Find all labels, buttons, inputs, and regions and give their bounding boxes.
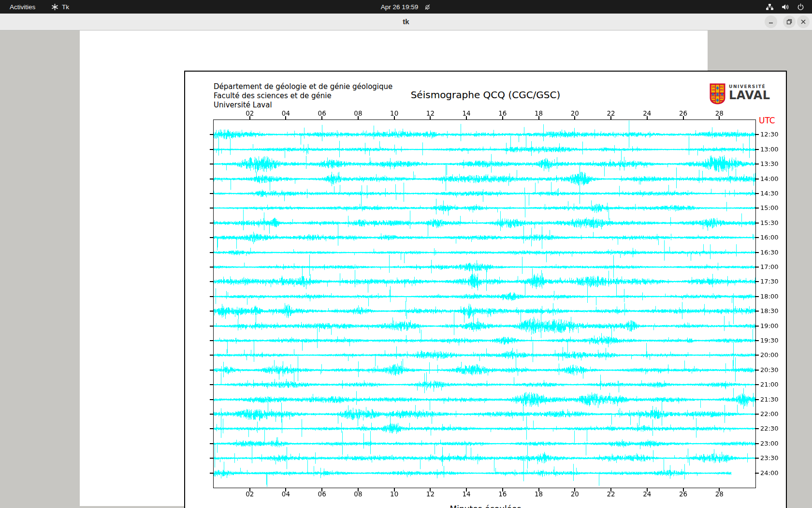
x-tick-label-top: 20 bbox=[566, 109, 583, 117]
row-time-label: 15:30 bbox=[760, 219, 778, 227]
x-tick-label-bottom: 18 bbox=[530, 490, 548, 498]
row-tick-mark-left bbox=[210, 326, 214, 327]
row-time-label: 13:30 bbox=[760, 160, 778, 168]
x-axis-label: Minutes écoulées bbox=[185, 504, 786, 508]
window-title: tk bbox=[0, 14, 812, 30]
laval-shield-icon bbox=[710, 83, 725, 106]
x-tick-label-top: 28 bbox=[710, 109, 728, 117]
minimize-button[interactable] bbox=[765, 15, 777, 28]
row-tick-mark-right bbox=[755, 149, 759, 150]
network-wired-icon bbox=[766, 3, 774, 11]
row-time-label: 23:00 bbox=[760, 440, 778, 448]
row-time-label: 21:30 bbox=[760, 396, 778, 403]
x-tick-label-bottom: 20 bbox=[566, 490, 583, 498]
clock-button[interactable]: Apr 26 19:59 bbox=[381, 0, 431, 14]
tk-canvas: Département de géologie et de génie géol… bbox=[80, 30, 708, 506]
x-tick-label-top: 02 bbox=[241, 109, 259, 117]
x-tick-label-bottom: 10 bbox=[386, 490, 403, 498]
clock-label: Apr 26 19:59 bbox=[381, 3, 418, 11]
row-tick-mark-left bbox=[210, 370, 214, 371]
seismograph-figure: Département de géologie et de génie géol… bbox=[184, 71, 787, 508]
x-tick-label-top: 22 bbox=[602, 109, 620, 117]
x-tick-label-bottom: 28 bbox=[710, 490, 728, 498]
x-tick-label-bottom: 04 bbox=[277, 490, 294, 498]
close-button[interactable] bbox=[797, 15, 810, 28]
row-tick-mark-right bbox=[755, 223, 759, 224]
row-tick-mark-right bbox=[755, 296, 759, 297]
row-time-label: 17:30 bbox=[760, 278, 778, 285]
activities-button[interactable]: Activities bbox=[5, 0, 40, 14]
row-tick-mark-left bbox=[210, 193, 214, 194]
row-tick-mark-right bbox=[755, 134, 759, 135]
row-tick-mark-right bbox=[755, 473, 759, 474]
seismograph-canvas bbox=[214, 120, 755, 488]
row-time-label: 18:00 bbox=[760, 293, 778, 300]
gnome-top-bar: Activities Tk Apr 26 19:59 bbox=[0, 0, 812, 14]
row-time-label: 19:00 bbox=[760, 322, 778, 330]
row-tick-mark-right bbox=[755, 355, 759, 356]
row-tick-mark-left bbox=[210, 399, 214, 400]
x-tick-label-bottom: 26 bbox=[675, 490, 692, 498]
row-tick-mark-left bbox=[210, 311, 214, 312]
row-tick-mark-left bbox=[210, 223, 214, 224]
row-tick-mark-right bbox=[755, 340, 759, 341]
row-tick-mark-left bbox=[210, 340, 214, 341]
row-tick-mark-left bbox=[210, 149, 214, 150]
row-tick-mark-left bbox=[210, 296, 214, 297]
row-time-label: 16:30 bbox=[760, 249, 778, 256]
system-status-area[interactable] bbox=[766, 0, 804, 14]
tk-app-icon bbox=[51, 3, 58, 11]
x-tick-label-bottom: 14 bbox=[458, 490, 475, 498]
row-tick-mark-left bbox=[210, 237, 214, 238]
row-tick-mark-right bbox=[755, 384, 759, 385]
row-time-label: 18:30 bbox=[760, 307, 778, 315]
maximize-button[interactable] bbox=[783, 15, 796, 28]
row-tick-mark-left bbox=[210, 267, 214, 268]
institution-line: Université Laval bbox=[214, 101, 392, 110]
row-tick-mark-right bbox=[755, 399, 759, 400]
row-tick-mark-left bbox=[210, 414, 214, 415]
window-titlebar[interactable]: tk bbox=[0, 14, 812, 30]
row-tick-mark-right bbox=[755, 311, 759, 312]
row-tick-mark-right bbox=[755, 281, 759, 282]
row-tick-mark-right bbox=[755, 458, 759, 459]
row-tick-mark-left bbox=[210, 252, 214, 253]
row-tick-mark-right bbox=[755, 414, 759, 415]
row-tick-mark-left bbox=[210, 384, 214, 385]
universite-laval-logo: UNIVERSITÉ LAVAL bbox=[710, 83, 770, 106]
row-tick-mark-left bbox=[210, 208, 214, 209]
x-tick-label-top: 12 bbox=[421, 109, 439, 117]
row-tick-mark-left bbox=[210, 428, 214, 429]
row-tick-mark-left bbox=[210, 134, 214, 135]
row-time-label: 12:30 bbox=[760, 131, 778, 138]
row-tick-mark-left bbox=[210, 281, 214, 282]
x-tick-label-top: 10 bbox=[386, 109, 403, 117]
row-time-label: 24:00 bbox=[760, 469, 778, 477]
x-tick-label-bottom: 08 bbox=[349, 490, 367, 498]
x-tick-label-bottom: 16 bbox=[494, 490, 511, 498]
plot-area: 0202040406060808101012121414161618182020… bbox=[214, 120, 755, 488]
x-tick-label-top: 24 bbox=[638, 109, 656, 117]
row-tick-mark-right bbox=[755, 267, 759, 268]
x-tick-label-bottom: 02 bbox=[241, 490, 259, 498]
row-time-label: 16:00 bbox=[760, 234, 778, 241]
x-tick-label-top: 08 bbox=[349, 109, 367, 117]
row-tick-mark-left bbox=[210, 458, 214, 459]
row-time-label: 20:30 bbox=[760, 366, 778, 374]
row-tick-mark-right bbox=[755, 443, 759, 444]
power-icon bbox=[797, 3, 804, 11]
figure-title: Séismographe QCQ (CGC/GSC) bbox=[185, 89, 786, 101]
row-tick-mark-right bbox=[755, 237, 759, 238]
x-tick-label-top: 26 bbox=[675, 109, 692, 117]
notifications-muted-icon bbox=[424, 3, 431, 11]
row-tick-mark-right bbox=[755, 193, 759, 194]
row-time-label: 22:30 bbox=[760, 425, 778, 433]
app-indicator[interactable]: Tk bbox=[51, 0, 69, 14]
row-tick-mark-left bbox=[210, 355, 214, 356]
row-time-label: 15:00 bbox=[760, 204, 778, 212]
row-tick-mark-right bbox=[755, 208, 759, 209]
row-tick-mark-right bbox=[755, 428, 759, 429]
x-tick-label-bottom: 22 bbox=[602, 490, 620, 498]
row-time-label: 14:30 bbox=[760, 190, 778, 197]
x-tick-label-top: 16 bbox=[494, 109, 511, 117]
